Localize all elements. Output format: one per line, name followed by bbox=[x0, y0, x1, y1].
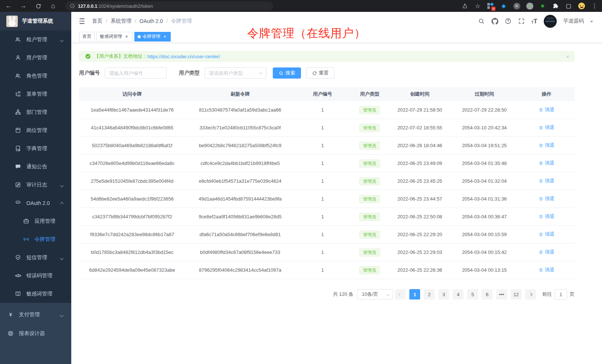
user-menu-caret-icon[interactable] bbox=[590, 21, 593, 23]
active-dot-icon bbox=[138, 35, 141, 38]
fullscreen-icon[interactable] bbox=[518, 18, 525, 25]
pager-ellipsis[interactable]: ••• bbox=[496, 289, 507, 300]
tab-close-icon[interactable]: × bbox=[162, 34, 167, 39]
breadcrumb-item[interactable]: OAuth 2.0 bbox=[140, 18, 163, 24]
sidebar-item-post[interactable]: 岗位管理 bbox=[0, 121, 71, 139]
browser-home-icon[interactable]: ⌂ bbox=[50, 3, 56, 9]
site-info-icon[interactable] bbox=[70, 3, 75, 9]
sidebar-item-sms[interactable]: 短信管理 bbox=[0, 248, 71, 267]
page-size-select[interactable]: 10条/页 bbox=[357, 289, 393, 300]
help-icon[interactable] bbox=[505, 18, 512, 25]
sidebar-item-oauth-app[interactable]: 应用管理 bbox=[0, 212, 71, 230]
force-logout-button[interactable]: 强退 bbox=[539, 178, 554, 184]
browser-menu-icon[interactable]: ⋮ bbox=[591, 2, 598, 10]
sidebar-item-dict[interactable]: 字典管理 bbox=[0, 139, 71, 158]
profile-avatar-icon[interactable] bbox=[578, 2, 585, 10]
force-logout-button[interactable]: 强退 bbox=[539, 195, 554, 202]
sidebar-item-token-mgmt[interactable]: 令牌管理 bbox=[0, 230, 71, 248]
force-logout-button[interactable]: 强退 bbox=[539, 160, 554, 166]
pager-prev-button[interactable] bbox=[395, 289, 406, 300]
sidebar-item-tenant[interactable]: 租户管理 bbox=[0, 30, 71, 49]
created-time-cell: 2022-06-25 23:45:25 bbox=[389, 178, 450, 184]
sidebar-item-sensitive-words[interactable]: 敏感词管理 bbox=[0, 285, 71, 303]
col-expire-time: 过期时间 bbox=[450, 91, 518, 97]
sidebar-item-notice[interactable]: 通知公告 bbox=[0, 158, 71, 176]
doc-link[interactable]: https://doc.iocoder.cn/user-center/ bbox=[147, 54, 220, 59]
force-logout-button[interactable]: 强退 bbox=[539, 213, 554, 220]
created-time-cell: 2022-06-25 23:49:09 bbox=[389, 161, 450, 166]
search-icon[interactable] bbox=[478, 18, 485, 25]
sidebar-item-payment[interactable]: ¥ 支付管理 bbox=[0, 305, 71, 324]
force-logout-button[interactable]: 强退 bbox=[539, 249, 554, 255]
breadcrumb-item[interactable]: 首页 bbox=[92, 18, 102, 24]
sidebar-item-role[interactable]: 角色管理 bbox=[0, 67, 71, 85]
extension-star-icon[interactable]: ★ bbox=[539, 2, 546, 10]
pager-page-3[interactable]: 3 bbox=[438, 289, 449, 300]
breadcrumb-separator: / bbox=[135, 18, 136, 24]
user-type-select[interactable] bbox=[205, 67, 266, 79]
extension-cmd-icon[interactable]: ⌘ bbox=[513, 2, 520, 10]
extension-window-icon[interactable]: ▢ bbox=[565, 2, 572, 10]
pager-page-2[interactable]: 2 bbox=[424, 289, 435, 300]
breadcrumb-separator: / bbox=[106, 18, 107, 24]
goto-label: 前往 bbox=[542, 291, 552, 298]
url-path: :1024/system/oauth2/token bbox=[97, 4, 153, 9]
bookmark-star-icon[interactable]: ☆ bbox=[474, 2, 481, 10]
browser-toolbar: ← → ⌂ 127.0.0.1:1024/system/oauth2/token… bbox=[0, 0, 602, 12]
pager-next-button[interactable] bbox=[525, 289, 536, 300]
tab-close-icon[interactable]: × bbox=[124, 34, 129, 39]
share-icon[interactable] bbox=[461, 2, 468, 10]
main-area: 令牌管理（在线用户） 首页 / 系统管理 / OAuth 2.0 / 令牌管理 bbox=[71, 12, 602, 364]
browser-forward-icon[interactable]: → bbox=[20, 3, 27, 9]
user-type-select-input[interactable] bbox=[205, 67, 266, 79]
pager-page-5[interactable]: 5 bbox=[467, 289, 478, 300]
expire-time-cell: 2022-07-29 22:28:50 bbox=[450, 107, 518, 113]
sidebar-item-user[interactable]: 用户管理 bbox=[0, 49, 71, 67]
pager-page-1[interactable]: 1 bbox=[409, 289, 420, 300]
sidebar-item-dept[interactable]: 部门管理 bbox=[0, 103, 71, 121]
user-type-badge: 管理员 bbox=[359, 248, 380, 257]
sidebar-item-oauth2[interactable]: OAuth 2.0 bbox=[0, 194, 71, 212]
alert-close-icon[interactable]: × bbox=[566, 53, 569, 60]
pager-page-6[interactable]: 6 bbox=[482, 289, 493, 300]
browser-back-icon[interactable]: ← bbox=[5, 3, 12, 9]
username[interactable]: 芋道源码 bbox=[563, 18, 584, 24]
pager-page-12[interactable]: 12 bbox=[511, 289, 521, 300]
created-time-cell: 2022-06-25 23:44:57 bbox=[389, 196, 450, 202]
force-logout-button[interactable]: 强退 bbox=[539, 267, 554, 273]
sidebar-item-report-designer[interactable]: 报表设计器 bbox=[0, 324, 71, 343]
sidebar-item-audit-log[interactable]: 审计日志 bbox=[0, 176, 71, 194]
goto-page-input[interactable] bbox=[554, 289, 567, 300]
user-avatar[interactable] bbox=[544, 15, 557, 28]
extension-1024-icon[interactable]: 9 bbox=[487, 2, 494, 10]
search-button[interactable]: 搜索 bbox=[273, 67, 301, 79]
refresh-token-cell: cdfc4ce9c2da4bb1bdf21b9918ff4be5 bbox=[185, 161, 295, 166]
app-logo[interactable]: 芋道管理系统 bbox=[0, 12, 71, 30]
font-size-icon[interactable]: TT bbox=[531, 18, 538, 24]
sidebar-item-menu-mgmt[interactable]: 菜单管理 bbox=[0, 85, 71, 103]
sidebar-item-label: 菜单管理 bbox=[26, 91, 47, 97]
github-icon[interactable] bbox=[491, 18, 498, 25]
force-logout-button[interactable]: 强退 bbox=[539, 106, 554, 113]
extensions-puzzle-icon[interactable] bbox=[552, 2, 559, 10]
tab-home[interactable]: 首页 bbox=[79, 32, 95, 42]
tab-token-mgmt[interactable]: 令牌管理 × bbox=[134, 32, 171, 42]
extension-gem-icon[interactable]: ◆ bbox=[500, 2, 507, 10]
force-logout-button[interactable]: 强退 bbox=[539, 124, 554, 131]
reset-button[interactable]: 重置 bbox=[306, 67, 334, 79]
hamburger-icon[interactable] bbox=[78, 17, 86, 25]
browser-reload-icon[interactable] bbox=[35, 3, 42, 9]
sidebar-item-label: 报表设计器 bbox=[19, 330, 45, 337]
breadcrumb-item[interactable]: 系统管理 bbox=[111, 18, 131, 24]
expire-time-cell: 2054-03-04 00:36:47 bbox=[450, 214, 518, 219]
sidebar-item-errcode[interactable]: </> 错误码管理 bbox=[0, 267, 71, 285]
col-actions: 操作 bbox=[518, 91, 575, 97]
force-logout-button[interactable]: 强退 bbox=[539, 231, 554, 238]
extension-recorder-icon[interactable] bbox=[526, 2, 533, 10]
user-id-input[interactable] bbox=[105, 67, 167, 79]
tenant-users-icon bbox=[15, 36, 21, 43]
force-logout-button[interactable]: 强退 bbox=[539, 142, 554, 149]
pager-page-4[interactable]: 4 bbox=[453, 289, 464, 300]
address-bar[interactable]: 127.0.0.1:1024/system/oauth2/token bbox=[65, 1, 273, 10]
tab-sensitive-words[interactable]: 敏感词管理 × bbox=[96, 32, 132, 42]
